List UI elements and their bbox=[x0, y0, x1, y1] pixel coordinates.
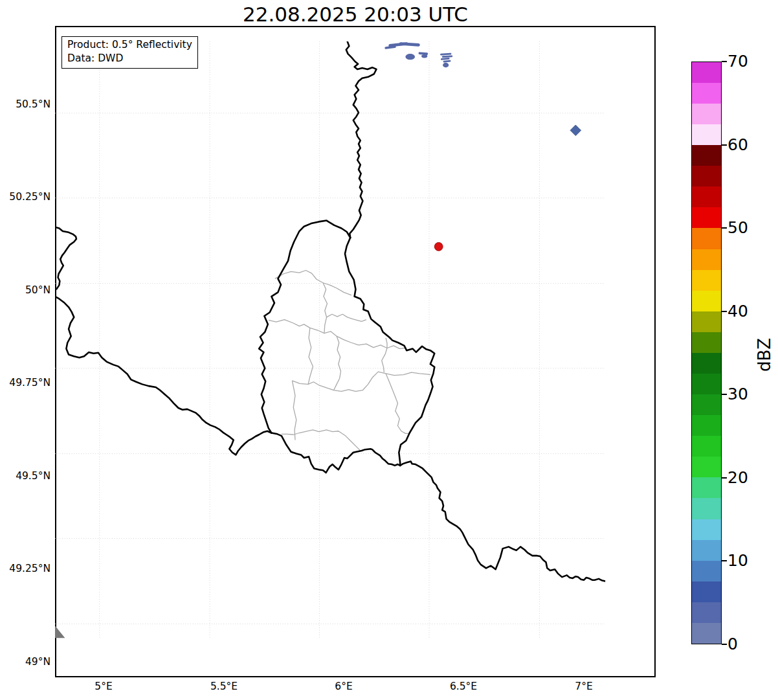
latitude-tick-label: 50°N bbox=[0, 284, 50, 296]
colorbar-tick-label: 40 bbox=[728, 303, 748, 320]
radar-echo-blob bbox=[443, 63, 449, 67]
district-border bbox=[382, 338, 387, 372]
longitude-tick-label: 6.5°E bbox=[450, 681, 477, 692]
colorbar-segment bbox=[692, 540, 721, 561]
colorbar-segment bbox=[692, 291, 721, 311]
colorbar-gradient bbox=[691, 62, 722, 644]
colorbar-tick bbox=[722, 227, 727, 229]
colorbar-segment bbox=[692, 374, 721, 394]
longitude-tick-label: 6°E bbox=[335, 681, 352, 692]
district-border bbox=[327, 314, 366, 321]
colorbar-segment bbox=[692, 207, 721, 228]
colorbar-segment bbox=[692, 623, 721, 644]
colorbar-segment bbox=[692, 83, 721, 104]
colorbar-segment bbox=[692, 249, 721, 270]
colorbar-segment bbox=[692, 166, 721, 186]
colorbar-tick-label: 50 bbox=[728, 220, 748, 236]
latitude-tick-label: 49.75°N bbox=[0, 377, 50, 389]
colorbar-segment bbox=[692, 228, 721, 249]
colorbar-tick bbox=[722, 311, 727, 312]
colorbar-tick bbox=[722, 394, 727, 395]
border-france-belgium bbox=[55, 297, 271, 455]
district-border bbox=[282, 430, 360, 450]
district-border bbox=[386, 374, 410, 434]
radar-echo-dash bbox=[443, 56, 452, 57]
colorbar-tick bbox=[722, 644, 727, 645]
border-luxembourg-south bbox=[271, 433, 400, 473]
longitude-tick-label: 7°E bbox=[575, 681, 592, 692]
colorbar-tick bbox=[722, 61, 727, 62]
colorbar-segment bbox=[692, 270, 721, 291]
radar-echo-blob bbox=[405, 54, 415, 60]
border-france-germany bbox=[400, 461, 605, 581]
colorbar-segment bbox=[692, 498, 721, 519]
district-border bbox=[323, 283, 327, 333]
district-border bbox=[292, 381, 296, 440]
radar-figure: 22.08.2025 20:03 UTC bbox=[0, 0, 778, 700]
district-borders bbox=[269, 270, 430, 450]
radar-echo-diamond bbox=[570, 125, 581, 135]
plot-title: 22.08.2025 20:03 UTC bbox=[55, 3, 656, 26]
border-belgium-germany bbox=[346, 41, 377, 238]
map-canvas bbox=[55, 26, 656, 677]
colorbar-tick-label: 70 bbox=[728, 53, 748, 70]
colorbar-tick bbox=[722, 477, 727, 479]
colorbar-segment bbox=[692, 581, 721, 602]
colorbar-tick bbox=[722, 144, 727, 146]
radar-echo-blob bbox=[421, 54, 427, 58]
latitude-tick-label: 50.25°N bbox=[0, 191, 50, 203]
colorbar-segment bbox=[692, 436, 721, 457]
annotation-box: Product: 0.5° Reflectivity Data: DWD bbox=[61, 36, 198, 69]
colorbar-segment bbox=[692, 332, 721, 353]
colorbar-segment bbox=[692, 602, 721, 623]
colorbar-segment bbox=[692, 394, 721, 415]
district-border bbox=[292, 372, 430, 391]
national-borders bbox=[55, 41, 605, 581]
longitude-tick-label: 5.5°E bbox=[210, 681, 238, 692]
annotation-source: Data: DWD bbox=[67, 52, 192, 65]
latitude-tick-label: 49°N bbox=[0, 656, 50, 668]
colorbar-segment bbox=[692, 353, 721, 374]
colorbar-segment bbox=[692, 457, 721, 477]
radar-echo-dash bbox=[444, 61, 450, 62]
district-border bbox=[334, 336, 341, 390]
radar-echo-dash bbox=[419, 53, 427, 54]
annotation-product: Product: 0.5° Reflectivity bbox=[67, 38, 192, 52]
colorbar-segment bbox=[692, 186, 721, 207]
colorbar-tick-label: 10 bbox=[728, 552, 748, 569]
colorbar-segment bbox=[692, 561, 721, 581]
radar-echo-dash bbox=[441, 58, 449, 59]
border-luxembourg-west bbox=[259, 221, 350, 433]
colorbar-segment bbox=[692, 477, 721, 498]
colorbar-segment bbox=[692, 311, 721, 332]
colorbar: 010203040506070 bbox=[691, 62, 722, 644]
colorbar-tick bbox=[722, 560, 727, 561]
latitude-tick-label: 50.5°N bbox=[0, 98, 50, 110]
colorbar-tick-label: 0 bbox=[728, 636, 738, 653]
radar-echo-dot bbox=[434, 242, 443, 251]
colorbar-segment bbox=[692, 124, 721, 145]
district-border bbox=[308, 328, 313, 384]
colorbar-segment bbox=[692, 519, 721, 540]
border-northwest-fragment bbox=[55, 227, 76, 290]
colorbar-segment bbox=[692, 62, 721, 83]
radar-echo-dash bbox=[441, 54, 450, 54]
colorbar-tick-label: 30 bbox=[728, 386, 748, 403]
district-border bbox=[275, 270, 351, 295]
longitude-tick-label: 5°E bbox=[94, 681, 112, 692]
colorbar-axis-label: dBZ bbox=[755, 338, 774, 372]
latitude-tick-label: 49.25°N bbox=[0, 563, 50, 574]
radar-echo-dashes bbox=[386, 44, 452, 62]
colorbar-tick-label: 20 bbox=[728, 469, 748, 486]
latitude-tick-label: 49.5°N bbox=[0, 470, 50, 482]
radar-echo-dash bbox=[401, 44, 418, 45]
colorbar-segment bbox=[692, 415, 721, 436]
colorbar-tick-label: 60 bbox=[728, 137, 748, 153]
colorbar-segment bbox=[692, 104, 721, 124]
map-corner-artifact bbox=[55, 626, 65, 638]
border-luxembourg-east bbox=[345, 238, 434, 466]
colorbar-segment bbox=[692, 145, 721, 166]
